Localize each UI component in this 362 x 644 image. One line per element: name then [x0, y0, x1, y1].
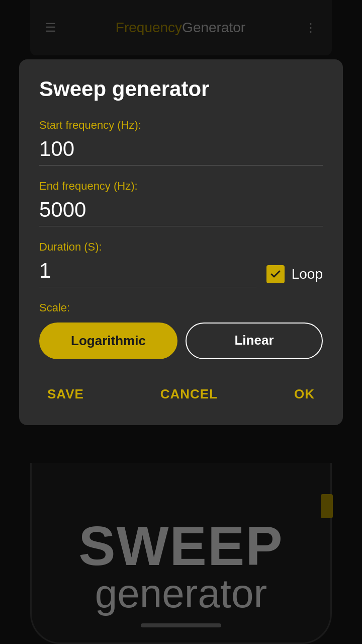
end-freq-label: End frequency (Hz): — [39, 180, 323, 193]
duration-label: Duration (S): — [39, 240, 323, 254]
start-freq-input[interactable]: 100 — [39, 137, 323, 166]
loop-checkbox[interactable] — [266, 265, 285, 283]
scale-label: Scale: — [39, 301, 323, 314]
end-freq-field: End frequency (Hz): 5000 — [39, 180, 323, 226]
dialog-actions: SAVE CANCEL OK — [39, 377, 323, 407]
scale-logarithmic-button[interactable]: Logarithmic — [39, 323, 177, 359]
start-freq-label: Start frequency (Hz): — [39, 119, 323, 132]
dialog-title: Sweep generator — [39, 77, 323, 101]
scale-linear-button[interactable]: Linear — [186, 323, 323, 359]
start-freq-field: Start frequency (Hz): 100 — [39, 119, 323, 166]
ok-button[interactable]: OK — [286, 381, 323, 407]
loop-container: Loop — [266, 265, 323, 287]
duration-loop-row: 1 Loop — [39, 259, 323, 287]
sweep-generator-dialog: Sweep generator Start frequency (Hz): 10… — [19, 59, 343, 425]
end-freq-input[interactable]: 5000 — [39, 198, 323, 226]
save-button[interactable]: SAVE — [39, 381, 92, 407]
scale-buttons: Logarithmic Linear — [39, 323, 323, 359]
duration-input[interactable]: 1 — [39, 259, 256, 287]
loop-label: Loop — [292, 266, 323, 282]
cancel-button[interactable]: CANCEL — [152, 381, 226, 407]
